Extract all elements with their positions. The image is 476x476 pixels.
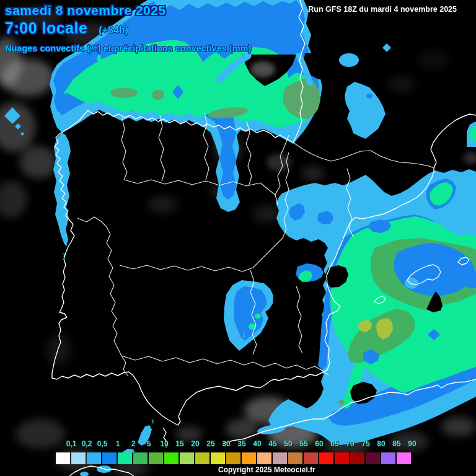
weather-map <box>0 0 476 476</box>
weather-map-screen: samedi 8 novembre 2025 7:00 locale (+84h… <box>0 0 476 476</box>
precip-cyan-detail-layer <box>405 278 418 289</box>
